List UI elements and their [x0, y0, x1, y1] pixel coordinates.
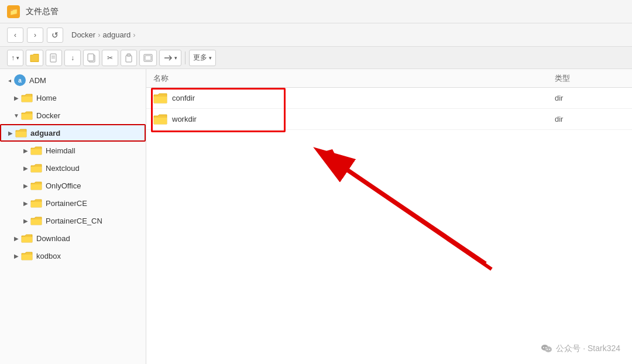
adguard-folder-icon	[15, 128, 27, 138]
download-folder-icon	[21, 233, 33, 243]
wechat-icon	[541, 343, 552, 355]
move-dropdown-icon: ▾	[174, 55, 177, 61]
watermark: 公众号 · Stark324	[541, 343, 620, 355]
adm-label: ADM	[29, 76, 46, 85]
breadcrumb-sep2: ›	[133, 30, 135, 39]
main-area: ◂ a ADM ▶ Home ▼ Docker ▶ adguard	[0, 69, 632, 364]
upload-dropdown-icon: ▾	[16, 55, 19, 61]
docker-arrow: ▼	[12, 112, 21, 119]
kodbox-arrow: ▶	[12, 253, 21, 259]
portainerCE-CN-label: PortainerCE_CN	[46, 217, 102, 225]
more-dropdown-icon: ▾	[209, 55, 212, 61]
cut-icon: ✂	[107, 54, 113, 62]
onlyoffice-label: OnlyOffice	[46, 181, 81, 190]
workdir-name: workdir	[172, 115, 555, 123]
heimdall-label: Heimdall	[46, 146, 75, 155]
portainerCE-CN-arrow: ▶	[21, 218, 30, 224]
refresh-button[interactable]: ↺	[47, 28, 63, 43]
download-icon: ↓	[71, 54, 74, 62]
toolbar-separator	[185, 51, 186, 64]
nextcloud-arrow: ▶	[21, 165, 30, 171]
toolbar: ↑ ▾ ↓ ✂	[0, 47, 632, 69]
content-area: 名称 类型 confdir dir	[146, 69, 632, 364]
nextcloud-label: Nextcloud	[46, 164, 80, 173]
sidebar-item-download[interactable]: ▶ Download	[0, 229, 146, 247]
home-folder-icon	[21, 93, 33, 102]
file-row-workdir[interactable]: workdir dir	[146, 109, 632, 130]
col-type-header: 类型	[555, 73, 625, 84]
move-button[interactable]: ▾	[159, 50, 181, 66]
breadcrumb: Docker › adguard ›	[71, 30, 136, 39]
content-header: 名称 类型	[146, 69, 632, 88]
new-file-button[interactable]	[46, 50, 62, 66]
kodbox-label: kodbox	[36, 252, 61, 260]
sidebar-item-adguard[interactable]: ▶ adguard	[0, 124, 146, 142]
portainerCE-CN-folder-icon	[30, 216, 42, 225]
svg-point-18	[547, 349, 548, 350]
sidebar-item-kodbox[interactable]: ▶ kodbox	[0, 247, 146, 265]
download-arrow: ▶	[12, 235, 21, 242]
onlyoffice-arrow: ▶	[21, 183, 30, 189]
sidebar-item-portainerCE[interactable]: ▶ PortainerCE	[0, 194, 146, 212]
home-label: Home	[36, 94, 57, 102]
back-button[interactable]: ‹	[7, 28, 23, 43]
adm-icon: a	[14, 74, 26, 86]
sidebar-item-onlyoffice[interactable]: ▶ OnlyOffice	[0, 177, 146, 194]
sidebar-item-docker[interactable]: ▼ Docker	[0, 107, 146, 124]
sidebar-item-adm[interactable]: ◂ a ADM	[0, 71, 146, 89]
sidebar-item-home[interactable]: ▶ Home	[0, 89, 146, 107]
file-row-confdir[interactable]: confdir dir	[146, 88, 632, 109]
adm-expand-arrow: ◂	[5, 77, 14, 84]
more-label: 更多	[193, 53, 207, 63]
new-folder-button[interactable]	[26, 50, 43, 66]
svg-rect-6	[127, 54, 130, 56]
compress-icon	[143, 54, 153, 62]
paste-icon	[125, 53, 133, 63]
cut-button[interactable]: ✂	[102, 50, 118, 66]
app-title: 文件总管	[26, 6, 59, 17]
copy-path-icon	[87, 53, 95, 63]
breadcrumb-docker[interactable]: Docker	[71, 30, 95, 39]
sidebar: ◂ a ADM ▶ Home ▼ Docker ▶ adguard	[0, 69, 146, 364]
upload-button[interactable]: ↑ ▾	[7, 50, 23, 66]
new-file-icon	[50, 53, 58, 63]
sidebar-item-portainerCE-CN[interactable]: ▶ PortainerCE_CN	[0, 212, 146, 229]
portainerCE-arrow: ▶	[21, 200, 30, 207]
sidebar-item-nextcloud[interactable]: ▶ Nextcloud	[0, 159, 146, 177]
sidebar-item-heimdall[interactable]: ▶ Heimdall	[0, 142, 146, 159]
watermark-text: 公众号 · Stark324	[556, 344, 620, 354]
download-button[interactable]: ↓	[64, 50, 81, 66]
confdir-name: confdir	[172, 94, 555, 102]
title-bar: 📁 文件总管	[0, 0, 632, 23]
app-icon: 📁	[7, 5, 20, 18]
heimdall-folder-icon	[30, 146, 42, 155]
breadcrumb-sep1: ›	[98, 30, 100, 39]
upload-icon: ↑	[11, 54, 15, 62]
confdir-type: dir	[555, 94, 625, 102]
svg-rect-5	[126, 56, 132, 62]
paste-button[interactable]	[121, 50, 137, 66]
download-label: Download	[36, 234, 70, 243]
svg-point-17	[545, 347, 547, 348]
breadcrumb-adguard[interactable]: adguard	[103, 30, 131, 39]
portainerCE-folder-icon	[30, 198, 42, 208]
col-name-header: 名称	[153, 73, 555, 84]
svg-line-9	[322, 152, 486, 263]
svg-line-13	[319, 151, 492, 269]
svg-rect-8	[145, 56, 151, 60]
nav-bar: ‹ › ↺ Docker › adguard ›	[0, 23, 632, 47]
compress-button[interactable]	[139, 50, 157, 66]
forward-button[interactable]: ›	[27, 28, 43, 43]
portainerCE-label: PortainerCE	[46, 199, 87, 208]
kodbox-folder-icon	[21, 251, 33, 260]
move-icon	[163, 54, 173, 62]
svg-point-16	[543, 347, 544, 348]
more-button[interactable]: 更多 ▾	[189, 50, 216, 66]
nextcloud-folder-icon	[30, 163, 42, 173]
adguard-label: adguard	[30, 129, 60, 138]
svg-rect-4	[88, 54, 94, 61]
docker-label: Docker	[36, 111, 60, 120]
confdir-folder-icon	[153, 92, 167, 104]
new-folder-icon	[30, 54, 39, 62]
copy-path-button[interactable]	[83, 50, 99, 66]
